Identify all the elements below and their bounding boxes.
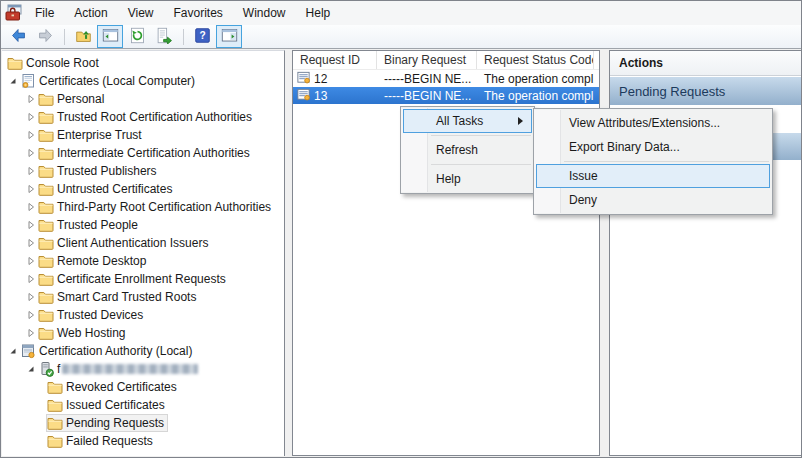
menu-item-export-binary-data[interactable]: Export Binary Data...	[536, 135, 770, 159]
tree-item[interactable]: Failed Requests	[2, 432, 284, 450]
folder-icon	[38, 91, 54, 107]
column-header[interactable]: Request ID	[293, 51, 377, 69]
tree-item[interactable]: Certification Authority (Local)	[2, 342, 284, 360]
expander-open-icon	[8, 346, 19, 356]
menu-action[interactable]: Action	[64, 2, 117, 24]
tree-item-box[interactable]: Trusted People	[37, 216, 142, 234]
folder-icon	[47, 433, 63, 449]
menu-favorites[interactable]: Favorites	[164, 2, 233, 24]
tree-item[interactable]: Smart Card Trusted Roots	[2, 288, 284, 306]
tree-item[interactable]: Enterprise Trust	[2, 126, 284, 144]
column-header[interactable]: Request Status Code	[477, 51, 594, 69]
tree-item-label: Remote Desktop	[57, 254, 146, 268]
tree-item-label: Intermediate Certification Authorities	[57, 146, 250, 160]
tree-item[interactable]: Console Root	[2, 54, 284, 72]
folder-icon	[38, 199, 54, 215]
tree-item-box[interactable]: Trusted Devices	[37, 306, 147, 324]
certificates-icon	[20, 73, 36, 89]
request-row[interactable]: 13-----BEGIN NE...The operation compl...	[293, 87, 599, 104]
menu-window[interactable]: Window	[233, 2, 296, 24]
tree-item-box[interactable]: Remote Desktop	[37, 252, 150, 270]
column-header[interactable]: Binary Request	[377, 51, 477, 69]
tree-item[interactable]: Trusted People	[2, 216, 284, 234]
tree-item-box[interactable]: Certificate Enrollment Requests	[37, 270, 230, 288]
tree-item-box[interactable]: Intermediate Certification Authorities	[37, 144, 254, 162]
tree-item-label: Certificates (Local Computer)	[39, 74, 195, 88]
tree-item[interactable]: Trusted Publishers	[2, 162, 284, 180]
tree-item-box[interactable]: Issued Certificates	[46, 396, 169, 414]
tree-item-box[interactable]: Client Authentication Issuers	[37, 234, 212, 252]
menu-item-deny[interactable]: Deny	[536, 188, 770, 212]
tree-item-box[interactable]: Pending Requests	[46, 414, 168, 432]
menu-file[interactable]: File	[25, 2, 64, 24]
tree-item[interactable]: Certificate Enrollment Requests	[2, 270, 284, 288]
tree-item[interactable]: Certificates (Local Computer)	[2, 72, 284, 90]
tree-item[interactable]: Intermediate Certification Authorities	[2, 144, 284, 162]
menu-bar: FileActionViewFavoritesWindowHelp	[1, 1, 801, 25]
tree-item-box[interactable]: Certificates (Local Computer)	[19, 72, 199, 90]
menu-item-view-attributes-extensions[interactable]: View Attributes/Extensions...	[536, 111, 770, 135]
forward-arrow-icon	[37, 27, 54, 47]
toolbar-button-refresh[interactable]	[124, 25, 150, 48]
menu-item-refresh[interactable]: Refresh	[403, 138, 532, 162]
folder-icon	[38, 181, 54, 197]
tree-item[interactable]: Remote Desktop	[2, 252, 284, 270]
menu-help[interactable]: Help	[296, 2, 341, 24]
tree-item-box[interactable]: Certification Authority (Local)	[19, 342, 196, 360]
menu-item-all-tasks[interactable]: All Tasks	[403, 109, 532, 133]
tree-item-box[interactable]: Personal	[37, 90, 108, 108]
toolbar-button-forward-arrow[interactable]	[32, 25, 58, 48]
tree-item-box[interactable]: Enterprise Trust	[37, 126, 146, 144]
tree-item[interactable]: Revoked Certificates	[2, 378, 284, 396]
all-tasks-submenu: View Attributes/Extensions...Export Bina…	[533, 108, 773, 215]
tree-item-box[interactable]: Console Root	[6, 54, 103, 72]
toolbar-button-help[interactable]: ?	[189, 25, 215, 48]
actions-section-pending-requests[interactable]: Pending Requests	[610, 77, 801, 105]
binary-request-cell: -----BEGIN NE...	[377, 89, 477, 103]
tree-item[interactable]: Client Authentication Issuers	[2, 234, 284, 252]
menu-item-help[interactable]: Help	[403, 167, 532, 191]
tree-item-label: Client Authentication Issuers	[57, 236, 208, 250]
tree-item[interactable]: Trusted Devices	[2, 306, 284, 324]
tree-item[interactable]: Third-Party Root Certification Authoriti…	[2, 198, 284, 216]
tree-item-box[interactable]: Trusted Root Certification Authorities	[37, 108, 256, 126]
tree-item-label: Certification Authority (Local)	[39, 344, 192, 358]
folder-icon	[38, 145, 54, 161]
tree-item[interactable]: Trusted Root Certification Authorities	[2, 108, 284, 126]
toolbar-button-up-one-level[interactable]	[70, 25, 96, 48]
folder-icon	[38, 235, 54, 251]
list-rows: 12-----BEGIN NE...The operation compl...…	[293, 70, 599, 104]
toolbar-button-export-list[interactable]	[151, 25, 177, 48]
tree-item[interactable]: Personal	[2, 90, 284, 108]
menu-separator	[431, 135, 531, 136]
tree-item[interactable]: Web Hosting	[2, 324, 284, 342]
expander-closed-icon	[26, 238, 37, 248]
tree-item-box[interactable]: Third-Party Root Certification Authoriti…	[37, 198, 275, 216]
tree-item-box[interactable]: Trusted Publishers	[37, 162, 161, 180]
toolbar-button-show-console-tree[interactable]	[97, 25, 123, 48]
tree-item-box[interactable]: Untrusted Certificates	[37, 180, 176, 198]
tree-item[interactable]: Issued Certificates	[2, 396, 284, 414]
console-window-icon[interactable]	[5, 4, 23, 22]
folder-icon	[38, 253, 54, 269]
request-row[interactable]: 12-----BEGIN NE...The operation compl...	[293, 70, 599, 87]
folder-icon	[38, 307, 54, 323]
menu-view[interactable]: View	[118, 2, 164, 24]
tree-item[interactable]: Pending Requests	[2, 414, 284, 432]
help-icon: ?	[194, 27, 211, 47]
tree-item-box[interactable]: Smart Card Trusted Roots	[37, 288, 200, 306]
tree-item[interactable]: Untrusted Certificates	[2, 180, 284, 198]
expander-closed-icon	[26, 274, 37, 284]
tree-item-label: Revoked Certificates	[66, 380, 177, 394]
tree-item-box[interactable]: Revoked Certificates	[46, 378, 181, 396]
tree-item-box[interactable]: Web Hosting	[37, 324, 129, 342]
svg-text:?: ?	[199, 30, 205, 41]
tree-item[interactable]: f	[2, 360, 284, 378]
toolbar-button-show-action-pane[interactable]	[216, 25, 242, 48]
expander-closed-icon	[26, 166, 37, 176]
toolbar-button-back-arrow[interactable]	[5, 25, 31, 48]
mmc-console-window: FileActionViewFavoritesWindowHelp ? Cons…	[0, 0, 802, 458]
tree-item-box[interactable]: f	[37, 360, 202, 378]
tree-item-box[interactable]: Failed Requests	[46, 432, 157, 450]
menu-item-issue[interactable]: Issue	[536, 164, 770, 188]
